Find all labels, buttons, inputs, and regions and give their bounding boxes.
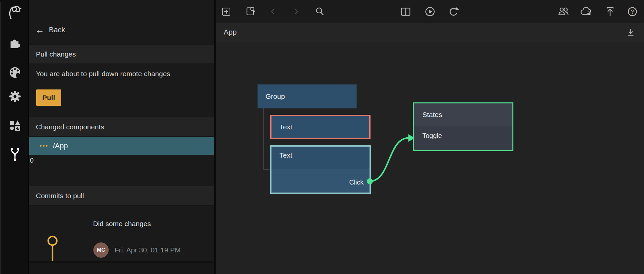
preview-play-icon[interactable] (424, 5, 436, 18)
collaborators-icon[interactable] (558, 5, 570, 18)
app-window: ← Back Pull changes You are about to pul… (0, 0, 644, 274)
plugins-icon[interactable] (8, 36, 22, 50)
node-text-1[interactable]: Text (270, 115, 371, 139)
help-icon[interactable]: ? (626, 5, 639, 18)
commit-timestamp: Fri, Apr 30, 01:19 PM (115, 246, 180, 254)
sidebar-footer (29, 263, 214, 274)
commit-message[interactable]: Did some changes (93, 220, 151, 228)
screen-edge-strip (0, 2, 1, 274)
zero-count-label: 0 (30, 157, 34, 164)
breadcrumb[interactable]: App (224, 28, 237, 37)
pull-button[interactable]: Pull (36, 89, 61, 106)
icon-rail (0, 0, 29, 274)
node-group[interactable]: Group (258, 84, 357, 108)
svg-text:?: ? (631, 9, 634, 15)
editor-toolbar: ? (216, 0, 644, 23)
pull-changes-title: Pull changes (36, 50, 76, 58)
node-title: Text (279, 123, 292, 131)
back-button[interactable]: ← Back (29, 23, 214, 37)
avatar: MC (93, 242, 109, 258)
commit-list: Did some changes MC Fri, Apr 30, 01:19 P… (29, 206, 214, 261)
changed-component-row-app[interactable]: /App (29, 137, 214, 155)
node-title: Text (279, 151, 292, 159)
refresh-icon[interactable] (447, 5, 460, 18)
node-text-2[interactable]: Text Click (270, 145, 371, 194)
output-port-label: Click (349, 179, 364, 186)
pull-description: You are about to pull down remote change… (36, 70, 170, 78)
node-states[interactable]: States Toggle (413, 102, 513, 151)
node-header: States (414, 103, 512, 126)
back-arrow-icon: ← (35, 26, 44, 35)
styles-icon[interactable] (8, 66, 22, 79)
node-editor: ? App Group Text (216, 0, 644, 274)
commits-header: Commits to pull (29, 186, 214, 206)
nav-back-icon[interactable] (267, 5, 279, 18)
back-label: Back (49, 26, 65, 34)
component-name: /App (53, 142, 68, 150)
nav-forward-icon[interactable] (290, 5, 303, 18)
noodl-logo-icon[interactable] (8, 5, 22, 19)
cloud-services-icon[interactable] (580, 5, 592, 18)
publish-icon[interactable] (604, 5, 616, 18)
node-title: States (422, 111, 442, 119)
settings-icon[interactable] (8, 89, 22, 103)
changed-components-header: Changed components (29, 117, 214, 137)
component-dots-icon (40, 145, 48, 147)
component-breadcrumb-bar: App (216, 23, 644, 42)
components-icon[interactable] (8, 119, 22, 133)
add-node-icon[interactable] (220, 5, 233, 18)
input-port-label: Toggle (422, 132, 442, 140)
search-icon[interactable] (314, 5, 326, 18)
download-icon[interactable] (625, 27, 637, 39)
node-title: Group (266, 92, 285, 100)
commits-title: Commits to pull (36, 192, 84, 200)
version-control-icon[interactable] (8, 147, 22, 161)
component-search-icon[interactable] (244, 5, 257, 18)
pull-changes-header: Pull changes (29, 44, 214, 64)
split-view-icon[interactable] (399, 5, 412, 18)
version-control-panel: ← Back Pull changes You are about to pul… (29, 0, 214, 274)
changed-components-title: Changed components (36, 123, 104, 131)
